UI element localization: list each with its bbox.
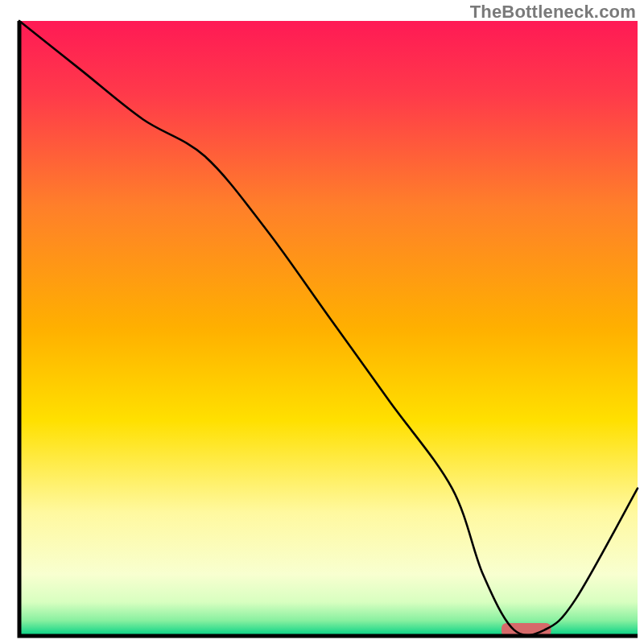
bottleneck-chart	[0, 0, 644, 644]
svg-rect-0	[19, 21, 638, 636]
chart-stage: TheBottleneck.com	[0, 0, 644, 644]
watermark-text: TheBottleneck.com	[470, 2, 636, 23]
